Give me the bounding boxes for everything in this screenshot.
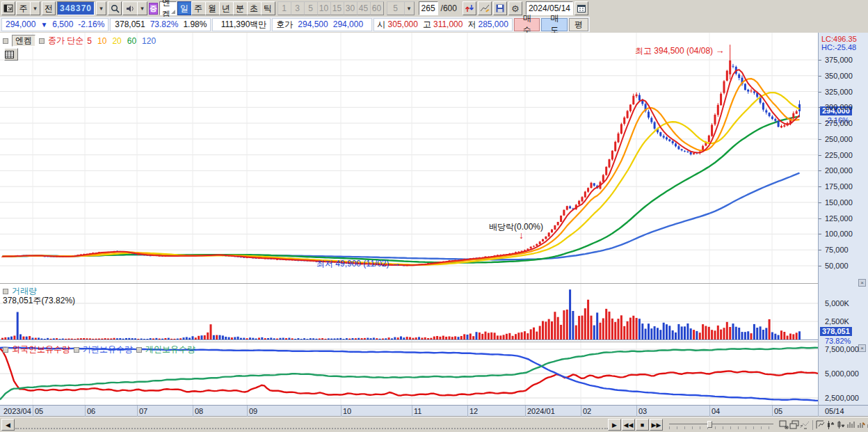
chart-scrollbar[interactable] xyxy=(15,421,608,429)
minute-select-arrow-icon[interactable]: ▾ xyxy=(404,1,415,15)
price-segment: 294,000 ▼ 6,500 -2.16% xyxy=(1,18,108,31)
rewind-icon[interactable]: ◀◀ xyxy=(622,419,635,431)
avg-button[interactable]: 평 xyxy=(569,18,588,31)
minute-button-45[interactable]: 45 xyxy=(357,1,371,15)
stock-name-field[interactable]: 엔켐 xyxy=(159,1,177,15)
axis-tick xyxy=(819,76,821,77)
stock-chart-window: 주 ▾ 전 348370 ▾ ▾ 증 엔켐 일주월년분초틱 1351015304… xyxy=(0,0,868,432)
crosshair-icon[interactable] xyxy=(815,419,825,431)
minute-button-5[interactable]: 5 xyxy=(304,1,318,15)
axis-tick xyxy=(819,60,821,61)
legend-toggle-icon[interactable] xyxy=(3,38,8,44)
prev-stock-button[interactable]: 전 xyxy=(42,1,56,15)
price-axis-label: 200,000 xyxy=(825,166,853,175)
axis-tick xyxy=(819,139,821,140)
save-icon[interactable] xyxy=(493,1,507,15)
stock-code-input[interactable]: 348370 xyxy=(57,1,95,15)
overlay-chart-icon[interactable] xyxy=(800,419,810,431)
volume-badge-pct: 73.82% xyxy=(825,337,851,345)
lc-value: LC:496.35 xyxy=(821,35,857,43)
axis-tick xyxy=(819,123,821,124)
price-axis-label: 50,000 xyxy=(825,262,849,270)
legend-toggle-icon[interactable] xyxy=(136,347,142,353)
x-axis-label: 03 xyxy=(638,407,647,415)
calendar-icon[interactable] xyxy=(574,1,588,15)
trendline-icon[interactable] xyxy=(478,1,492,15)
sell-button[interactable]: 매도 xyxy=(541,18,568,31)
open-label: 시 xyxy=(378,19,386,31)
period-tab-월[interactable]: 월 xyxy=(205,1,220,15)
minute-button-1[interactable]: 1 xyxy=(278,1,291,15)
ma-legend-5: 5 xyxy=(87,36,92,46)
legend-toggle-icon[interactable] xyxy=(74,347,79,353)
annotation-highest: 최고 394,500 (04/08) → xyxy=(635,45,724,57)
period-tab-초[interactable]: 초 xyxy=(247,1,262,15)
bar-count-input[interactable]: 265 xyxy=(419,1,438,15)
minute-button-15[interactable]: 15 xyxy=(330,1,344,15)
code-dropdown-icon[interactable]: ▾ xyxy=(96,1,106,15)
close-pane-icon[interactable]: × xyxy=(858,279,866,287)
right-arrow-icon: → xyxy=(392,258,401,269)
axis-tick xyxy=(819,202,821,203)
minute-buttons: 1351015304560 xyxy=(278,1,384,15)
minute-button-30[interactable]: 30 xyxy=(344,1,357,15)
stock-type-button[interactable]: 주 xyxy=(16,1,31,15)
close-pane-icon[interactable]: × xyxy=(858,344,866,352)
legend-toggle-icon[interactable] xyxy=(3,289,8,294)
data-table-icon[interactable] xyxy=(4,48,18,61)
updown-arrows-icon[interactable] xyxy=(463,1,476,15)
period-tab-일[interactable]: 일 xyxy=(177,1,192,15)
period-tab-년[interactable]: 년 xyxy=(219,1,234,15)
legend-stock-name[interactable]: 엔켐 xyxy=(12,35,35,47)
speaker-dropdown-icon[interactable]: ▾ xyxy=(137,1,147,15)
legend-toggle-icon[interactable] xyxy=(3,347,8,353)
stock-type-dropdown-icon[interactable]: ▾ xyxy=(30,1,40,15)
down-arrow-icon: ▼ xyxy=(40,21,47,29)
period-tab-주[interactable]: 주 xyxy=(191,1,206,15)
x-axis-tick xyxy=(467,406,468,417)
chart-window-icon[interactable] xyxy=(1,1,15,15)
candle-down-icon[interactable] xyxy=(836,419,846,431)
x-axis-tick xyxy=(247,406,248,417)
candle-up-icon[interactable] xyxy=(826,419,835,431)
annotate-bars-icon[interactable] xyxy=(857,419,867,431)
current-price: 294,000 xyxy=(6,19,35,29)
stop-icon[interactable]: ■ xyxy=(636,419,649,431)
price-change: 6,500 xyxy=(52,19,73,29)
minute-button-10[interactable]: 10 xyxy=(317,1,331,15)
value-segment: 111,390백만 xyxy=(212,18,271,31)
high-label: 고 xyxy=(423,19,431,31)
speaker-icon[interactable] xyxy=(122,1,138,15)
hc-value: HC:-25.48 xyxy=(821,43,856,51)
annotation-lowest: 최저 49,900 (11/02) → xyxy=(316,258,401,270)
cascade-windows-icon[interactable] xyxy=(789,419,799,431)
x-axis-label: 12 xyxy=(469,407,478,415)
resize-corner-icon xyxy=(171,10,175,14)
scroll-left-icon[interactable]: ◀ xyxy=(1,419,15,431)
volume-pane[interactable] xyxy=(0,284,818,342)
replay-speed-slider[interactable] xyxy=(669,419,773,431)
buy-button[interactable]: 매수 xyxy=(514,18,540,31)
search-icon[interactable] xyxy=(108,1,122,15)
minute-select[interactable]: 5 xyxy=(387,1,405,15)
compress-bars-icon[interactable] xyxy=(846,419,856,431)
price-axis-label: 350,000 xyxy=(825,72,853,80)
period-tab-틱[interactable]: 틱 xyxy=(261,1,275,15)
volume-subtitle: 378,051주(73.82%) xyxy=(3,295,75,307)
bar-count-value: 265 xyxy=(421,3,435,13)
price-axis-label: 150,000 xyxy=(825,198,853,207)
minute-button-3[interactable]: 3 xyxy=(291,1,305,15)
play-icon[interactable]: ▶ xyxy=(608,419,621,431)
right-arrow-icon: → xyxy=(715,45,724,56)
new-window-icon[interactable] xyxy=(779,419,789,431)
ask-price: 294,500 xyxy=(298,19,328,29)
fast-forward-icon[interactable]: ▶▶ xyxy=(650,419,663,431)
price-axis-label: 100,000 xyxy=(825,230,853,238)
axis-tick xyxy=(819,107,821,108)
slider-handle[interactable] xyxy=(707,421,712,428)
price-pane[interactable] xyxy=(0,33,818,284)
period-tab-분[interactable]: 분 xyxy=(233,1,248,15)
legend-toggle-icon[interactable] xyxy=(39,38,45,44)
minute-button-60[interactable]: 60 xyxy=(370,1,384,15)
x-axis-tick xyxy=(412,406,412,417)
